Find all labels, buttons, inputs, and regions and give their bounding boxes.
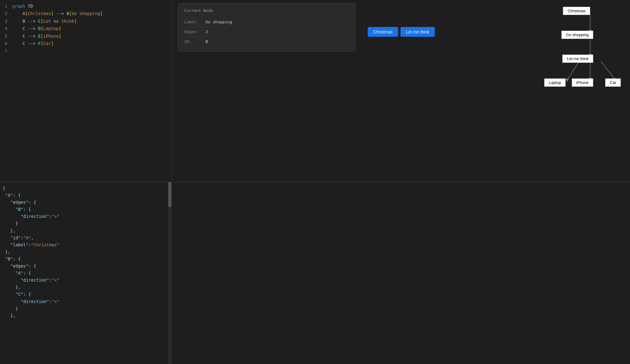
json-line-11: "B" : {: [0, 256, 171, 263]
label-value: Go shopping: [206, 20, 232, 24]
line-number-2: 2: [0, 10, 12, 17]
id-value: B: [206, 39, 208, 44]
svg-marker-5: [566, 79, 569, 82]
svg-line-4: [567, 61, 579, 80]
json-right-panel: [172, 182, 630, 364]
json-line-12: "edges" : {: [0, 263, 171, 270]
json-line-18: }: [0, 305, 171, 312]
line-number-1: 1: [0, 3, 12, 9]
code-editor[interactable]: 1 graph TD 2 A[Christmas] --> B[Go shopp…: [0, 0, 172, 182]
json-panel: { "A" : { "edges" : { "B" : { "direction…: [0, 182, 630, 364]
json-editor[interactable]: { "A" : { "edges" : { "B" : { "direction…: [0, 182, 172, 364]
code-line-5: 5 C --> E[iPhone]: [0, 32, 171, 40]
json-line-2: "A" : {: [0, 192, 171, 199]
graph-node-let-me-think[interactable]: Let me think: [562, 55, 593, 63]
edges-row: Edges: 2: [184, 27, 349, 37]
json-line-4: "B" : {: [0, 206, 171, 213]
graph-node-iphone[interactable]: iPhone: [572, 78, 593, 87]
id-row: ID: B: [184, 37, 349, 46]
json-line-17: "direction" : ">": [0, 298, 171, 305]
id-key: ID:: [184, 39, 206, 44]
graph-area: Christmas Go shopping Let me think Lapto…: [563, 0, 630, 182]
code-line-7: 7: [0, 47, 171, 55]
code-line-2: 2 A[Christmas] --> B[Go shopping]: [0, 10, 171, 17]
json-line-8: "id" : "A" ,: [0, 234, 171, 241]
json-line-1: {: [0, 185, 171, 192]
json-line-10: },: [0, 248, 171, 256]
json-line-14: "direction" : "<": [0, 277, 171, 284]
line-number-4: 4: [0, 25, 12, 32]
edges-key: Edges:: [184, 29, 206, 34]
current-node-panel: Current Node Label: Go shopping Edges: 2…: [178, 3, 355, 51]
code-content-2: A[Christmas] --> B[Go shopping]: [12, 10, 103, 17]
code-line-6: 6 C --> F[Car]: [0, 40, 171, 47]
right-panel: Current Node Label: Go shopping Edges: 2…: [172, 0, 630, 182]
panel-title: Current Node: [184, 8, 349, 13]
json-line-15: },: [0, 284, 171, 291]
graph-node-go-shopping[interactable]: Go shopping: [561, 31, 593, 39]
edges-value: 2: [206, 29, 208, 34]
node-buttons: Christmas Let me think: [368, 27, 435, 37]
json-line-16: "C" : {: [0, 291, 171, 298]
code-content-5: C --> E[iPhone]: [12, 33, 61, 40]
line-number-5: 5: [0, 33, 12, 40]
line-number-7: 7: [0, 47, 12, 54]
graph-node-laptop[interactable]: Laptop: [544, 78, 566, 87]
json-line-5: "direction" : ">": [0, 213, 171, 220]
json-line-7: },: [0, 227, 171, 234]
scrollbar-track[interactable]: [168, 182, 171, 364]
graph-node-christmas[interactable]: Christmas: [563, 7, 590, 15]
code-content-3: B --> C[Let me think]: [12, 18, 77, 25]
graph-node-car[interactable]: Car: [605, 78, 621, 87]
json-line-3: "edges" : {: [0, 199, 171, 206]
code-line-1: 1 graph TD: [0, 2, 171, 10]
code-line-4: 4 C --> D[Laptop]: [0, 25, 171, 32]
code-content-1: graph TD: [12, 3, 33, 9]
json-line-6: }: [0, 220, 171, 227]
label-key: Label:: [184, 20, 206, 24]
let-me-think-button[interactable]: Let me think: [400, 27, 435, 37]
json-line-9: "label" : "Christmas": [0, 241, 171, 248]
label-row: Label: Go shopping: [184, 17, 349, 27]
code-content-4: C --> D[Laptop]: [12, 25, 61, 32]
christmas-button[interactable]: Christmas: [368, 27, 398, 37]
code-line-3: 3 B --> C[Let me think]: [0, 17, 171, 25]
json-line-13: "A" : {: [0, 270, 171, 277]
json-line-19: },: [0, 312, 171, 319]
svg-line-8: [601, 61, 615, 79]
scrollbar-thumb[interactable]: [168, 182, 171, 207]
code-content-6: C --> F[Car]: [12, 40, 54, 47]
line-number-6: 6: [0, 40, 12, 47]
line-number-3: 3: [0, 18, 12, 25]
